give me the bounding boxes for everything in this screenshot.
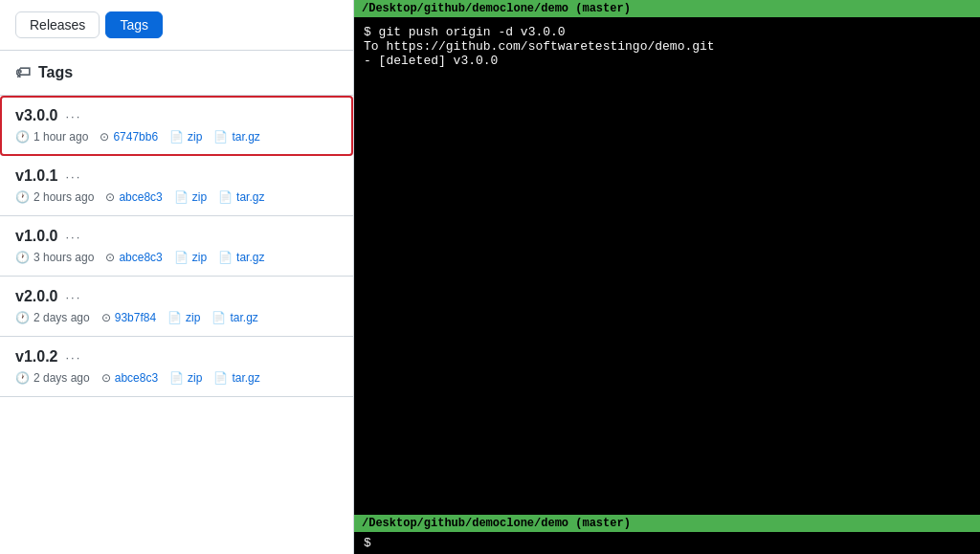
tag-menu-dots[interactable]: ··· [65, 109, 81, 123]
tag-name[interactable]: v1.0.0 [15, 228, 57, 245]
tag-menu-dots[interactable]: ··· [65, 290, 81, 304]
tag-name[interactable]: v2.0.0 [15, 288, 57, 305]
tag-commit[interactable]: ⊙ abce8c3 [105, 251, 162, 264]
zip-link[interactable]: zip [188, 130, 202, 144]
tag-item: v2.0.0 ··· 🕐 2 days ago ⊙ 93b7f84 📄 zip … [0, 277, 353, 337]
zip-link[interactable]: zip [186, 311, 200, 324]
tag-commit[interactable]: ⊙ abce8c3 [105, 190, 162, 204]
commit-icon: ⊙ [100, 130, 109, 144]
tag-commit-hash[interactable]: abce8c3 [115, 371, 158, 385]
tag-zip[interactable]: 📄 zip [174, 251, 207, 264]
tag-name-row: v3.0.0 ··· [15, 107, 338, 124]
tag-time: 🕐 1 hour ago [15, 130, 88, 144]
terminal-line-2: To https://github.com/softwaretestingo/d… [364, 39, 970, 54]
tag-targz[interactable]: 📄 tar.gz [213, 371, 259, 385]
targz-link[interactable]: tar.gz [236, 190, 264, 204]
tag-time: 🕐 2 days ago [15, 311, 90, 324]
zip-link[interactable]: zip [192, 190, 207, 204]
tag-item: v1.0.0 ··· 🕐 3 hours ago ⊙ abce8c3 📄 zip… [0, 216, 353, 277]
zip-icon: 📄 [167, 311, 182, 324]
clock-icon: 🕐 [15, 251, 30, 264]
tab-bar: Releases Tags [0, 0, 353, 51]
tag-zip[interactable]: 📄 zip [167, 311, 200, 324]
tag-targz[interactable]: 📄 tar.gz [213, 130, 259, 144]
tag-commit-hash[interactable]: 93b7f84 [115, 311, 156, 324]
terminal-bar-2: /Desktop/github/democlone/demo (master) [354, 515, 980, 532]
terminal-bar-1: /Desktop/github/democlone/demo (master) [354, 0, 980, 17]
tag-zip[interactable]: 📄 zip [169, 371, 202, 385]
clock-icon: 🕐 [15, 311, 30, 324]
commit-icon: ⊙ [105, 251, 115, 264]
tag-time: 🕐 3 hours ago [15, 251, 94, 264]
tags-header: 🏷 Tags [0, 51, 353, 96]
tag-time-text: 2 days ago [33, 371, 90, 385]
clock-icon: 🕐 [15, 130, 30, 144]
tag-menu-dots[interactable]: ··· [65, 350, 81, 365]
tag-commit-hash[interactable]: 6747bb6 [113, 130, 158, 144]
tag-meta: 🕐 2 hours ago ⊙ abce8c3 📄 zip 📄 tar.gz [15, 190, 338, 204]
tag-name[interactable]: v1.0.2 [15, 348, 57, 366]
tag-commit[interactable]: ⊙ 93b7f84 [101, 311, 156, 324]
zip-link[interactable]: zip [188, 371, 202, 385]
tag-menu-dots[interactable]: ··· [65, 169, 81, 184]
tag-zip[interactable]: 📄 zip [174, 190, 207, 204]
tag-commit-hash[interactable]: abce8c3 [119, 190, 162, 204]
tag-name[interactable]: v1.0.1 [15, 167, 57, 185]
tag-time: 🕐 2 hours ago [15, 190, 94, 204]
tag-time-text: 3 hours ago [33, 251, 94, 264]
tags-tab[interactable]: Tags [105, 11, 163, 38]
zip-icon: 📄 [174, 190, 189, 204]
clock-icon: 🕐 [15, 371, 30, 385]
targz-icon: 📄 [218, 190, 233, 204]
terminal-line-3: - [deleted] v3.0.0 [364, 54, 970, 68]
section-title: Tags [38, 64, 73, 81]
tag-name-row: v2.0.0 ··· [15, 288, 338, 305]
tag-time: 🕐 2 days ago [15, 371, 90, 385]
tags-list: v3.0.0 ··· 🕐 1 hour ago ⊙ 6747bb6 📄 zip … [0, 96, 353, 397]
terminal-prompt: $ [354, 532, 980, 554]
terminal-line-1: $ git push origin -d v3.0.0 [364, 25, 970, 39]
targz-link[interactable]: tar.gz [232, 371, 259, 385]
targz-icon: 📄 [212, 311, 226, 324]
tag-commit[interactable]: ⊙ 6747bb6 [100, 130, 158, 144]
zip-icon: 📄 [174, 251, 189, 264]
tag-commit[interactable]: ⊙ abce8c3 [101, 371, 158, 385]
zip-link[interactable]: zip [192, 251, 207, 264]
targz-icon: 📄 [213, 130, 228, 144]
tag-meta: 🕐 2 days ago ⊙ 93b7f84 📄 zip 📄 tar.gz [15, 311, 338, 324]
commit-icon: ⊙ [105, 190, 115, 204]
tag-icon: 🏷 [15, 64, 31, 81]
tag-meta: 🕐 3 hours ago ⊙ abce8c3 📄 zip 📄 tar.gz [15, 251, 338, 264]
targz-icon: 📄 [213, 371, 228, 385]
targz-link[interactable]: tar.gz [232, 130, 259, 144]
tag-targz[interactable]: 📄 tar.gz [218, 190, 264, 204]
tag-time-text: 2 hours ago [33, 190, 94, 204]
tag-item: v1.0.2 ··· 🕐 2 days ago ⊙ abce8c3 📄 zip … [0, 337, 353, 397]
tag-item: v3.0.0 ··· 🕐 1 hour ago ⊙ 6747bb6 📄 zip … [0, 96, 353, 156]
tag-item: v1.0.1 ··· 🕐 2 hours ago ⊙ abce8c3 📄 zip… [0, 156, 353, 216]
tag-targz[interactable]: 📄 tar.gz [218, 251, 264, 264]
left-panel: Releases Tags 🏷 Tags v3.0.0 ··· 🕐 1 hour… [0, 0, 354, 554]
tag-time-text: 1 hour ago [33, 130, 88, 144]
tag-name-row: v1.0.0 ··· [15, 228, 338, 245]
clock-icon: 🕐 [15, 190, 30, 204]
zip-icon: 📄 [169, 371, 184, 385]
tag-commit-hash[interactable]: abce8c3 [119, 251, 162, 264]
commit-icon: ⊙ [101, 311, 111, 324]
tag-menu-dots[interactable]: ··· [65, 230, 81, 244]
releases-tab[interactable]: Releases [15, 11, 100, 38]
tag-meta: 🕐 1 hour ago ⊙ 6747bb6 📄 zip 📄 tar.gz [15, 130, 338, 144]
targz-icon: 📄 [218, 251, 233, 264]
terminal-content: $ git push origin -d v3.0.0 To https://g… [354, 17, 980, 513]
targz-link[interactable]: tar.gz [230, 311, 257, 324]
tag-name-row: v1.0.1 ··· [15, 167, 338, 185]
terminal-panel: /Desktop/github/democlone/demo (master) … [354, 0, 980, 554]
zip-icon: 📄 [169, 130, 184, 144]
tag-targz[interactable]: 📄 tar.gz [212, 311, 257, 324]
tag-zip[interactable]: 📄 zip [169, 130, 202, 144]
commit-icon: ⊙ [101, 371, 111, 385]
tag-name[interactable]: v3.0.0 [15, 107, 57, 124]
targz-link[interactable]: tar.gz [236, 251, 264, 264]
tag-meta: 🕐 2 days ago ⊙ abce8c3 📄 zip 📄 tar.gz [15, 371, 338, 385]
tag-time-text: 2 days ago [33, 311, 90, 324]
